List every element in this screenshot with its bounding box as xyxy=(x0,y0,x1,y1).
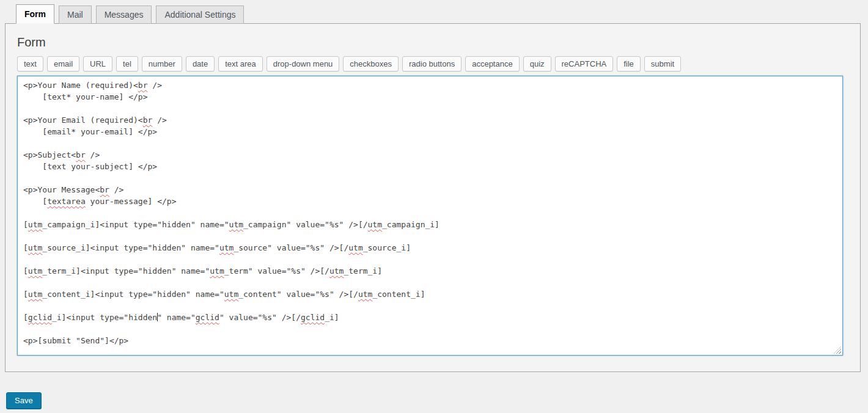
tab-form[interactable]: Form xyxy=(16,4,54,24)
tag-button-url[interactable]: URL xyxy=(83,56,112,71)
tag-button-quiz[interactable]: quiz xyxy=(523,56,551,71)
tag-button-checkboxes[interactable]: checkboxes xyxy=(343,56,399,71)
misspelled-word: utm xyxy=(229,220,243,229)
code-line: <p>Your Message<br /> xyxy=(23,184,837,196)
code-line: <p>Subject<br /> xyxy=(23,149,837,161)
misspelled-word: utm xyxy=(28,290,42,299)
tag-button-acceptance[interactable]: acceptance xyxy=(465,56,520,71)
code-line: [utm_source_i]<input type="hidden" name=… xyxy=(23,242,837,254)
code-line: [utm_content_i]<input type="hidden" name… xyxy=(23,288,837,300)
tag-button-date[interactable]: date xyxy=(186,56,215,71)
tag-generator-toolbar: textemailURLtelnumberdatetext areadrop-d… xyxy=(17,56,848,71)
misspelled-word: utm xyxy=(329,266,344,276)
misspelled-word: utm xyxy=(28,243,42,252)
tag-button-text[interactable]: text xyxy=(17,56,43,71)
misspelled-word: utm xyxy=(28,220,42,229)
code-line xyxy=(23,323,837,335)
misspelled-word: utm xyxy=(224,290,238,299)
misspelled-word: utm xyxy=(219,243,234,252)
code-line xyxy=(23,254,837,265)
form-editor-panel: Form textemailURLtelnumberdatetext aread… xyxy=(5,23,861,372)
code-line xyxy=(23,230,837,242)
tag-button-drop-down-menu[interactable]: drop-down menu xyxy=(267,56,340,71)
misspelled-word: textarea xyxy=(47,197,86,206)
code-line: [text your-subject] </p> xyxy=(23,161,837,172)
misspelled-word: utm xyxy=(348,243,362,252)
code-line: <p>Your Email (required)<br /> xyxy=(23,114,837,126)
code-line xyxy=(23,137,837,149)
misspelled-word: utm xyxy=(210,266,224,276)
code-line xyxy=(23,300,837,312)
misspelled-word: br xyxy=(100,185,109,194)
code-line: <p>Your Name (required)<br /> xyxy=(23,79,837,91)
misspelled-word: br xyxy=(143,115,153,125)
misspelled-word: utm xyxy=(358,290,372,299)
code-line xyxy=(23,103,837,114)
text-caret xyxy=(157,313,158,321)
code-line: [textarea your-message] </p> xyxy=(23,196,837,207)
save-row: Save xyxy=(6,392,868,409)
code-line xyxy=(23,207,837,219)
code-line xyxy=(23,277,837,288)
save-button[interactable]: Save xyxy=(6,392,42,409)
tab-messages[interactable]: Messages xyxy=(96,5,152,24)
tag-button-email[interactable]: email xyxy=(47,56,79,71)
misspelled-word: utm xyxy=(368,220,382,229)
misspelled-word: utm xyxy=(28,266,42,276)
tag-button-radio-buttons[interactable]: radio buttons xyxy=(402,56,462,71)
code-line: <p>[submit "Send"]</p> xyxy=(23,335,837,346)
tag-button-file[interactable]: file xyxy=(617,56,641,71)
code-line: [utm_term_i]<input type="hidden" name="u… xyxy=(23,265,837,277)
tag-button-text-area[interactable]: text area xyxy=(218,56,263,71)
tag-button-number[interactable]: number xyxy=(142,56,182,71)
misspelled-word: br xyxy=(138,81,148,90)
code-line: [gclid_i]<input type="hidden" name="gcli… xyxy=(23,312,837,323)
editor-content: <p>Your Name (required)<br /> [text* you… xyxy=(23,79,837,346)
code-line: [email* your-email] </p> xyxy=(23,126,837,137)
tab-additional-settings[interactable]: Additional Settings xyxy=(156,5,244,24)
misspelled-word: br xyxy=(76,150,86,159)
code-line xyxy=(23,172,837,184)
misspelled-word: gclid xyxy=(301,313,325,322)
tag-button-submit[interactable]: submit xyxy=(644,56,681,71)
tag-button-tel[interactable]: tel xyxy=(116,56,138,71)
code-line: [utm_campaign_i]<input type="hidden" nam… xyxy=(23,219,837,230)
tab-mail[interactable]: Mail xyxy=(59,5,92,24)
editor-tabs: FormMailMessagesAdditional Settings xyxy=(16,4,861,24)
tag-button-recaptcha[interactable]: reCAPTCHA xyxy=(555,56,614,71)
resize-grip-icon[interactable] xyxy=(834,346,841,354)
misspelled-word: gclid xyxy=(28,313,52,322)
panel-heading: Form xyxy=(17,35,860,49)
code-line: [text* your-name] </p> xyxy=(23,91,837,103)
misspelled-word: gclid xyxy=(196,313,219,322)
form-template-editor[interactable]: <p>Your Name (required)<br /> [text* you… xyxy=(17,76,843,356)
